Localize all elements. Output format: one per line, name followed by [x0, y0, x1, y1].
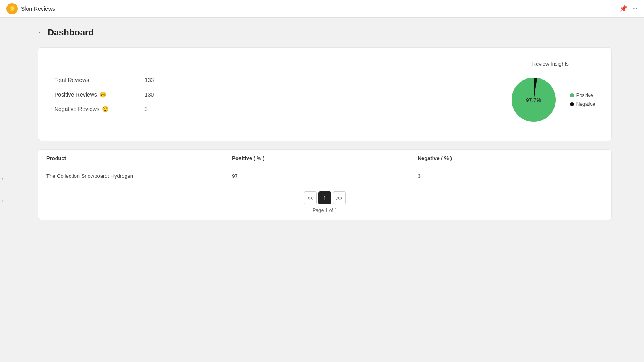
current-page-button[interactable]: 1: [318, 191, 331, 204]
chart-section: Review Insights 97.7%: [506, 61, 595, 128]
pagination-controls: << 1 >>: [304, 191, 346, 204]
legend-negative-label: Negative: [576, 101, 595, 107]
col-product: Product: [46, 155, 232, 161]
app-logo: 😊: [6, 3, 18, 14]
topbar-left: 😊 Slon Reviews: [6, 3, 55, 14]
stat-row-negative: Negative Reviews 😟 3: [54, 106, 161, 112]
page-title: Dashboard: [47, 27, 94, 38]
chart-title: Review Insights: [532, 61, 569, 67]
positive-dot: [570, 93, 574, 97]
topbar: 😊 Slon Reviews 📌 ···: [0, 0, 644, 18]
table-header: Product Positive ( % ) Negative ( % ): [38, 150, 611, 167]
table-row: The Collection Snowboard: Hydrogen 97 3: [38, 167, 611, 185]
negative-reviews-value: 3: [144, 106, 161, 112]
stat-row-total: Total Reviews 133: [54, 77, 161, 83]
pie-chart: 97.7%: [506, 72, 562, 128]
sidebar: › ›: [0, 18, 6, 362]
more-options-icon[interactable]: ···: [632, 5, 638, 12]
app-title: Slon Reviews: [21, 6, 55, 12]
pie-percentage-label: 97.7%: [526, 97, 541, 103]
pin-icon[interactable]: 📌: [619, 5, 627, 12]
total-reviews-value: 133: [144, 77, 161, 83]
total-reviews-label: Total Reviews: [54, 77, 135, 83]
chart-legend: Positive Negative: [570, 93, 595, 107]
page-header: ← Dashboard: [38, 27, 612, 38]
table-card: Product Positive ( % ) Negative ( % ) Th…: [38, 149, 612, 220]
next-page-button[interactable]: >>: [333, 191, 346, 204]
stat-row-positive: Positive Reviews 😊 130: [54, 91, 161, 98]
positive-reviews-value: 130: [144, 91, 161, 98]
negative-dot: [570, 102, 574, 106]
chart-container: 97.7% Positive Negative: [506, 72, 595, 128]
cell-positive: 97: [232, 173, 417, 179]
legend-positive-label: Positive: [576, 93, 593, 98]
negative-reviews-label: Negative Reviews 😟: [54, 106, 135, 112]
stats-section: Total Reviews 133 Positive Reviews 😊 130…: [54, 77, 161, 112]
sidebar-arrow-top[interactable]: ›: [2, 176, 4, 182]
insights-card: Total Reviews 133 Positive Reviews 😊 130…: [38, 47, 612, 141]
prev-page-button[interactable]: <<: [304, 191, 317, 204]
positive-reviews-label: Positive Reviews 😊: [54, 91, 135, 98]
pagination: << 1 >> Page 1 of 1: [38, 185, 611, 220]
col-positive: Positive ( % ): [232, 155, 417, 161]
legend-negative: Negative: [570, 101, 595, 107]
main-content: ← Dashboard Total Reviews 133 Positive R…: [6, 18, 644, 362]
cell-negative: 3: [418, 173, 603, 179]
col-negative: Negative ( % ): [418, 155, 603, 161]
cell-product: The Collection Snowboard: Hydrogen: [46, 173, 232, 179]
legend-positive: Positive: [570, 93, 595, 98]
back-button[interactable]: ←: [38, 29, 44, 36]
topbar-right: 📌 ···: [619, 5, 638, 12]
sidebar-arrow-bottom[interactable]: ›: [2, 198, 4, 204]
page-info: Page 1 of 1: [312, 208, 337, 213]
positive-emoji: 😊: [99, 91, 106, 98]
negative-emoji: 😟: [102, 106, 109, 112]
